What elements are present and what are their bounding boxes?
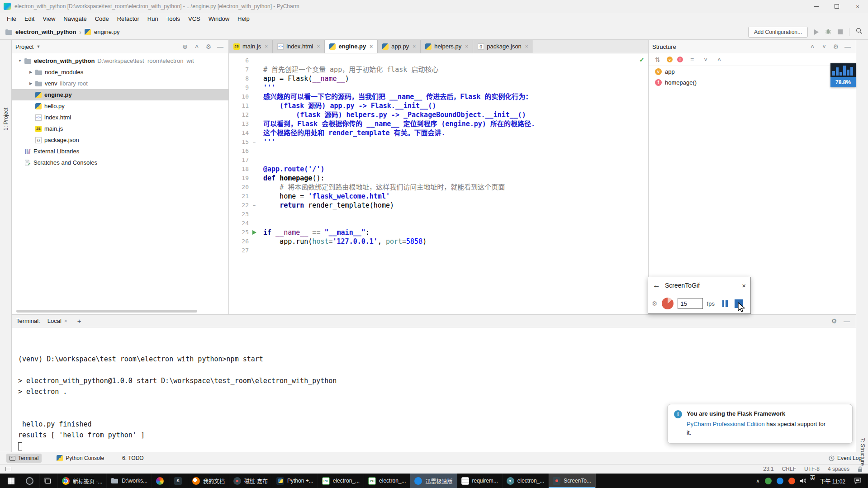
fps-input[interactable]: 15: [678, 298, 703, 309]
stop-icon[interactable]: [838, 29, 843, 34]
tray-green-icon[interactable]: [765, 478, 772, 484]
taskbar-app-10[interactable]: PCelectron_...: [364, 474, 410, 488]
notification-link[interactable]: PyCharm Professional Edition: [687, 421, 765, 427]
action-center-icon[interactable]: [850, 474, 866, 488]
editor-tab-app-py[interactable]: app.py×: [378, 40, 421, 53]
locate-file-icon[interactable]: ⊕: [180, 43, 190, 50]
start-button[interactable]: [0, 474, 22, 488]
tree-item-external-libraries[interactable]: External Libraries: [12, 146, 228, 157]
tree-item-hello-py[interactable]: hello.py: [12, 100, 228, 112]
status-caret-position[interactable]: 23:1: [763, 466, 773, 472]
tree-item-package-json[interactable]: {}package.json: [12, 134, 228, 146]
editor-surface[interactable]: 6789101112131415−16171819202122−23242526…: [229, 53, 648, 314]
settings-icon[interactable]: ⚙: [830, 317, 839, 325]
taskbar-app-12[interactable]: requirem...: [457, 474, 503, 488]
collapse-all-icon[interactable]: ˅: [820, 43, 829, 50]
menu-vcs[interactable]: VCS: [184, 13, 204, 24]
breadcrumb-file[interactable]: engine.py: [94, 28, 119, 35]
close-tab-icon[interactable]: ×: [317, 43, 320, 50]
taskbar-app-11[interactable]: 迅雷极速版: [410, 474, 457, 488]
breadcrumb-project[interactable]: electron_with_python: [15, 28, 76, 35]
hide-panel-icon[interactable]: —: [843, 43, 852, 50]
chevron-right-icon[interactable]: ▶: [26, 81, 35, 85]
settings-icon[interactable]: ⚙: [204, 43, 213, 50]
add-configuration-button[interactable]: Add Configuration...: [748, 27, 808, 38]
menu-tools[interactable]: Tools: [162, 13, 184, 24]
status-encoding[interactable]: UTF-8: [804, 466, 820, 472]
search-everywhere-icon[interactable]: [856, 28, 863, 36]
show-variables-icon[interactable]: v: [667, 57, 673, 62]
menu-file[interactable]: File: [3, 13, 20, 24]
run-line-icon[interactable]: [252, 230, 256, 235]
menu-refactor[interactable]: Refactor: [113, 13, 143, 24]
window-close-button[interactable]: ×: [847, 0, 868, 13]
record-timer-icon[interactable]: [662, 298, 674, 309]
run-icon[interactable]: [814, 29, 819, 35]
settings-icon[interactable]: ⚙: [652, 300, 658, 307]
terminal-tab-local[interactable]: Local ×: [44, 317, 71, 325]
structure-item-app[interactable]: vapp: [649, 66, 856, 77]
close-tab-icon[interactable]: ×: [64, 318, 67, 324]
new-session-icon[interactable]: +: [75, 317, 84, 325]
tool-window-button-terminal[interactable]: Terminal: [6, 454, 42, 463]
window-maximize-button[interactable]: [826, 0, 847, 13]
editor-tab-package-json[interactable]: {}package.json×: [473, 40, 533, 53]
tray-chevron-icon[interactable]: ∧: [756, 478, 759, 484]
autoscroll-from-source-icon[interactable]: ˄: [715, 56, 724, 63]
menu-window[interactable]: Window: [204, 13, 233, 24]
chevron-down-icon[interactable]: ▼: [15, 59, 24, 63]
back-arrow-icon[interactable]: ←: [653, 281, 660, 290]
close-icon[interactable]: ×: [742, 282, 746, 289]
tree-item-engine-py[interactable]: engine.py: [12, 89, 228, 100]
close-tab-icon[interactable]: ×: [413, 43, 416, 50]
debug-icon[interactable]: [825, 28, 831, 36]
chevron-right-icon[interactable]: ▶: [26, 70, 35, 74]
show-inherited-icon[interactable]: ≡: [688, 56, 697, 63]
project-panel-title[interactable]: Project: [15, 43, 33, 50]
close-tab-icon[interactable]: ×: [465, 43, 468, 50]
tool-window-switcher-icon[interactable]: [5, 467, 11, 471]
taskbar-app-14[interactable]: ScreenTo...: [549, 474, 596, 488]
structure-item-homepage-[interactable]: fhomepage(): [649, 77, 856, 88]
taskbar-clock[interactable]: 下午 11:02: [816, 474, 850, 488]
status-indent[interactable]: 4 spaces: [828, 466, 849, 472]
settings-icon[interactable]: ⚙: [831, 43, 840, 50]
taskbar-app-8[interactable]: Python +...: [272, 474, 318, 488]
hide-panel-icon[interactable]: —: [842, 317, 851, 325]
pause-button[interactable]: [722, 300, 728, 307]
menu-run[interactable]: Run: [143, 13, 162, 24]
tree-item-venv[interactable]: ▶venvlibrary root: [12, 78, 228, 89]
tool-window-button-structure[interactable]: 7: Structure: [859, 438, 866, 466]
sort-alphabetically-icon[interactable]: ⇅: [653, 56, 662, 63]
taskbar-app-7[interactable]: 磁链·嘉布: [229, 474, 272, 488]
fold-marker-icon[interactable]: −: [253, 139, 256, 145]
tree-item-node-modules[interactable]: ▶node_modules: [12, 66, 228, 78]
show-functions-icon[interactable]: f: [677, 57, 683, 62]
taskbar-app-9[interactable]: PCelectron_...: [318, 474, 364, 488]
tree-item-main-js[interactable]: JSmain.js: [12, 123, 228, 134]
tool-window-button-6-todo[interactable]: 6: TODO: [119, 454, 147, 463]
close-tab-icon[interactable]: ×: [265, 43, 268, 50]
editor-tab-main-js[interactable]: JSmain.js×: [229, 40, 273, 53]
fold-marker-icon[interactable]: −: [253, 203, 256, 208]
event-log-button[interactable]: Event Log: [829, 455, 862, 461]
taskbar-app-5[interactable]: S: [170, 474, 188, 488]
autoscroll-to-source-icon[interactable]: ˅: [701, 56, 710, 63]
horizontal-scrollbar[interactable]: [16, 310, 197, 313]
taskbar-app-2[interactable]: 新标签页 -...: [58, 474, 107, 488]
tray-orange-icon[interactable]: [788, 478, 795, 484]
editor-tab-helpers-py[interactable]: helpers.py×: [421, 40, 473, 53]
tool-window-button-project[interactable]: 1: Project: [3, 108, 9, 131]
menu-navigate[interactable]: Navigate: [59, 13, 90, 24]
input-language[interactable]: 英: [810, 474, 816, 488]
editor-tab-engine-py[interactable]: engine.py×: [325, 40, 378, 53]
tree-item-scratches-and-consoles[interactable]: Scratches and Consoles: [12, 157, 228, 168]
menu-view[interactable]: View: [38, 13, 59, 24]
taskbar-app-0[interactable]: [22, 474, 40, 488]
taskbar-app-6[interactable]: 我的文档: [188, 474, 229, 488]
speaker-icon[interactable]: [800, 478, 806, 483]
status-line-separator[interactable]: CRLF: [782, 466, 796, 472]
hide-panel-icon[interactable]: —: [216, 43, 225, 50]
taskbar-app-3[interactable]: D:\works...: [107, 474, 152, 488]
show-desktop-button[interactable]: [866, 474, 868, 488]
